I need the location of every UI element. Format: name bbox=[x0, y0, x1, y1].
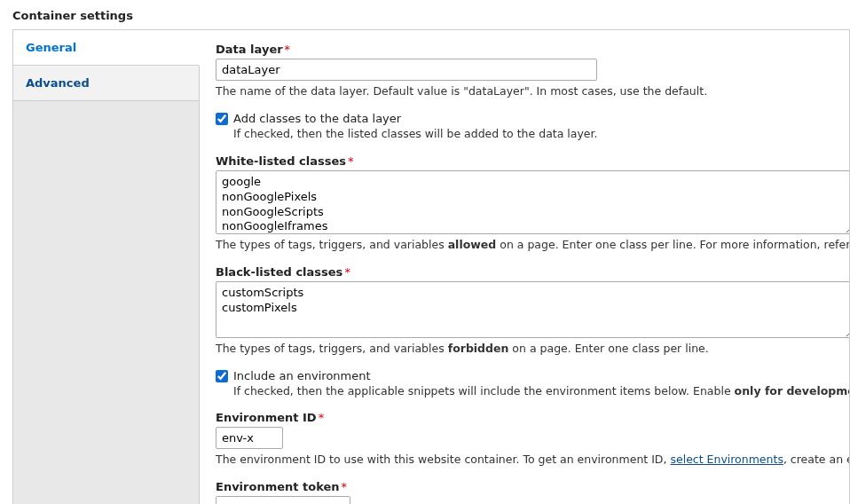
env-token-input[interactable] bbox=[216, 496, 350, 504]
field-add-classes: Add classes to the data layer If checked… bbox=[216, 112, 849, 142]
env-id-label: Environment ID bbox=[216, 411, 317, 424]
blacklist-label: Black-listed classes bbox=[216, 265, 342, 279]
required-mark: * bbox=[342, 480, 348, 493]
whitelist-desc-bold: allowed bbox=[448, 238, 497, 251]
required-mark: * bbox=[285, 43, 291, 56]
whitelist-desc-post: on a page. Enter one class per line. For… bbox=[496, 238, 849, 251]
include-env-desc-bold: only for development bbox=[735, 384, 849, 398]
tab-general[interactable]: General bbox=[13, 30, 200, 66]
field-env-id: Environment ID* The environment ID to us… bbox=[216, 411, 849, 468]
env-id-desc-post: , create an environment, then bbox=[783, 453, 849, 466]
data-layer-input[interactable] bbox=[216, 59, 597, 81]
env-id-desc: The environment ID to use with this webs… bbox=[216, 453, 849, 468]
blacklist-desc-pre: The types of tags, triggers, and variabl… bbox=[216, 342, 448, 355]
select-environments-link[interactable]: select Environments bbox=[670, 453, 783, 466]
blacklist-desc-bold: forbidden bbox=[448, 342, 509, 355]
include-env-checkbox[interactable] bbox=[216, 370, 228, 382]
include-env-label: Include an environment bbox=[233, 369, 371, 382]
include-env-desc-pre: If checked, then the applicable snippets… bbox=[233, 384, 735, 398]
settings-panel: General Advanced Data layer* The name of… bbox=[12, 29, 850, 504]
field-blacklist: Black-listed classes* The types of tags,… bbox=[216, 265, 849, 357]
required-mark: * bbox=[348, 154, 354, 168]
env-token-label: Environment token bbox=[216, 480, 340, 493]
required-mark: * bbox=[344, 265, 350, 279]
field-env-token: Environment token* The authentication to… bbox=[216, 480, 849, 504]
whitelist-textarea[interactable] bbox=[216, 170, 849, 234]
field-include-env: Include an environment If checked, then … bbox=[216, 369, 849, 399]
data-layer-label: Data layer bbox=[216, 43, 283, 56]
add-classes-label: Add classes to the data layer bbox=[233, 112, 401, 125]
tab-content-advanced: Data layer* The name of the data layer. … bbox=[200, 30, 849, 504]
blacklist-textarea[interactable] bbox=[216, 281, 849, 338]
whitelist-desc: The types of tags, triggers, and variabl… bbox=[216, 238, 849, 253]
add-classes-checkbox[interactable] bbox=[216, 113, 228, 125]
add-classes-desc: If checked, then the listed classes will… bbox=[233, 127, 849, 142]
blacklist-desc: The types of tags, triggers, and variabl… bbox=[216, 342, 849, 357]
field-whitelist: White-listed classes* The types of tags,… bbox=[216, 154, 849, 253]
include-env-desc: If checked, then the applicable snippets… bbox=[233, 384, 849, 399]
tab-list: General Advanced bbox=[13, 30, 200, 504]
whitelist-desc-pre: The types of tags, triggers, and variabl… bbox=[216, 238, 448, 251]
whitelist-label: White-listed classes bbox=[216, 154, 346, 168]
blacklist-desc-post: on a page. Enter one class per line. bbox=[508, 342, 708, 355]
tab-advanced[interactable]: Advanced bbox=[13, 66, 199, 101]
field-data-layer: Data layer* The name of the data layer. … bbox=[216, 43, 849, 99]
data-layer-desc: The name of the data layer. Default valu… bbox=[216, 84, 849, 99]
section-title: Container settings bbox=[12, 9, 850, 22]
env-id-desc-pre: The environment ID to use with this webs… bbox=[216, 453, 670, 466]
env-id-input[interactable] bbox=[216, 427, 283, 449]
required-mark: * bbox=[319, 411, 325, 424]
